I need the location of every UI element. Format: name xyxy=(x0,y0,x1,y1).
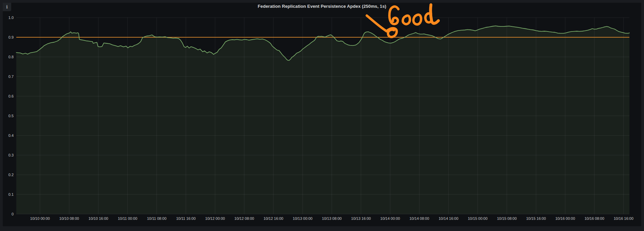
dashboard-background: 00.10.20.30.40.50.60.70.80.91.010/10 00:… xyxy=(0,0,644,231)
annotation-letter-o1 xyxy=(403,16,410,24)
annotation-letter-o2 xyxy=(413,15,421,24)
annotation-arrow-shaft xyxy=(367,16,386,31)
annotation-arrow-loop xyxy=(386,28,397,37)
annotation-letter-d-stem xyxy=(431,5,438,23)
hand-drawn-annotation xyxy=(0,0,644,231)
annotation-letter-G xyxy=(390,6,398,24)
